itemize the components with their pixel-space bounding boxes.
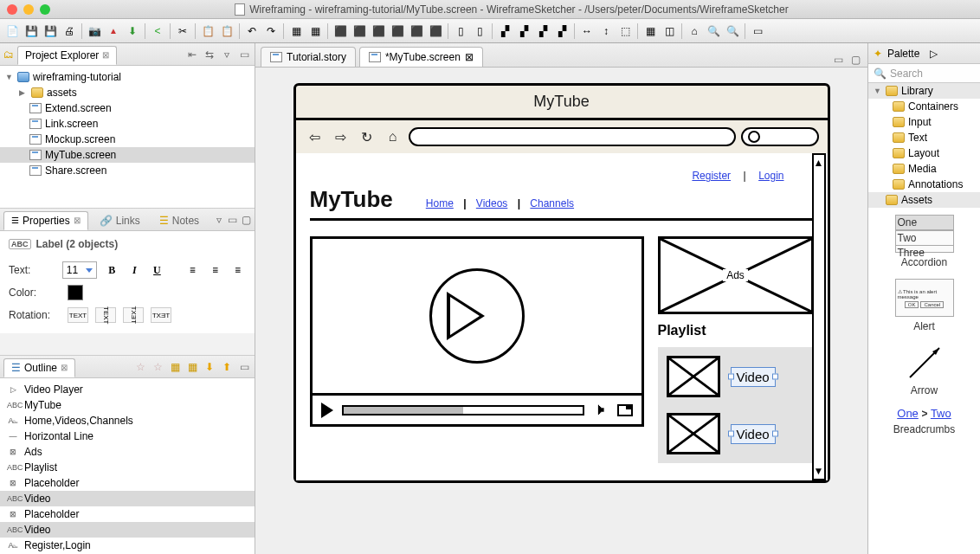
camera-button[interactable]: 📷 [86,23,103,40]
align-left-button[interactable]: ≡ [185,261,201,279]
playlist-item[interactable]: Video [667,413,805,454]
close-icon[interactable]: ⊠ [465,51,474,63]
snap-button[interactable]: ◫ [661,23,678,40]
outline-action-4[interactable]: ▦ [185,360,199,374]
thumbnail-placeholder[interactable] [667,356,720,397]
palette-item-arrow[interactable]: Arrow [895,343,954,396]
home-button[interactable]: ⌂ [686,23,703,40]
tree-file[interactable]: Extend.screen [0,100,255,116]
minimize-panel-button[interactable]: ▭ [237,48,251,61]
share-button[interactable]: < [149,23,166,40]
outline-row[interactable]: ABCVideo [0,491,255,506]
rotation-270-button[interactable]: TEXT [123,307,144,323]
video-player[interactable]: 🕨 [310,236,644,427]
close-icon[interactable]: ⊠ [61,363,68,372]
align-left-button[interactable]: ⬛ [332,23,349,40]
cut-button[interactable]: ✂ [174,23,191,40]
outline-row[interactable]: ABCMyTube [0,397,255,413]
minimize-editor-button[interactable]: ▭ [831,53,845,67]
rotation-180-button[interactable]: TEXT [151,307,171,323]
outline-row[interactable]: ABCPlaylist [0,460,255,475]
tree-folder-assets[interactable]: ▶ assets [0,85,255,100]
outline-row[interactable]: ▷Video Player [0,382,255,397]
outline-action-1[interactable]: ☆ [133,360,147,374]
maximize-editor-button[interactable]: ▢ [848,53,862,67]
align-middle-button[interactable]: ⬛ [408,23,425,40]
close-icon[interactable]: ⊠ [102,50,109,60]
video-label-selected[interactable]: Video [731,424,776,444]
move-up-button[interactable]: ⬆ [220,360,234,374]
nav-channels[interactable]: Channels [530,197,574,209]
wireframe-browser-window[interactable]: MyTube ⇦ ⇨ ↻ ⌂ ▲▼ Register | Login [293,83,830,483]
save-button[interactable]: 💾 [23,23,40,40]
tab-links[interactable]: 🔗 Links [92,211,148,229]
tree-file[interactable]: Share.screen [0,163,255,178]
preview-button[interactable]: ▭ [749,23,766,40]
maximize-window-button[interactable] [40,4,50,15]
align-top-button[interactable]: ⬛ [389,23,406,40]
palette-category[interactable]: Annotations [868,177,980,192]
tab-outline[interactable]: ☰ Outline ⊠ [3,358,75,377]
tab-properties[interactable]: ☰ Properties ⊠ [3,211,88,230]
save-all-button[interactable]: 💾 [42,23,59,40]
rotation-0-button[interactable]: TEXT [68,307,88,323]
send-backward-button[interactable]: ▞ [553,23,571,40]
editor-tab-tutorial[interactable]: Tutorial.story [261,47,356,67]
zoom-in-button[interactable]: 🔍 [705,23,722,40]
maximize-panel-button[interactable]: ▢ [241,213,251,227]
playlist-item[interactable]: Video [667,356,805,397]
thumbnail-placeholder[interactable] [667,413,720,454]
distribute-v-button[interactable]: ▯ [471,23,488,40]
print-button[interactable]: 🖨 [61,23,78,40]
ungroup-button[interactable]: ▦ [306,23,324,40]
color-picker[interactable] [68,285,83,300]
group-button[interactable]: ▦ [287,23,305,40]
outline-row[interactable]: ⊠Ads [0,444,255,460]
export-html-button[interactable]: ⬇ [124,23,141,40]
bold-button[interactable]: B [104,261,119,279]
font-size-input[interactable]: 11 [62,261,97,279]
outline-row[interactable]: ⊠Placeholder [0,506,255,522]
outline-row[interactable]: ABCVideo [0,522,255,538]
same-size-button[interactable]: ⬚ [616,23,634,40]
project-tree[interactable]: ▼ wireframing-tutorial ▶ assets Extend.s… [0,66,255,208]
outline-row[interactable]: A⎁Register,Login [0,538,255,553]
view-menu-button[interactable]: ▿ [214,213,224,227]
palette-category[interactable]: Layout [868,145,980,161]
align-bottom-button[interactable]: ⬛ [427,23,444,40]
outline-row[interactable]: A⎁Home,Videos,Channels [0,413,255,428]
palette-category[interactable]: Text [868,130,980,145]
align-right-button[interactable]: ≡ [230,261,246,279]
login-link[interactable]: Login [758,170,783,182]
minimize-window-button[interactable] [23,4,34,15]
palette-item-accordion[interactable]: OneTwoThree Accordion [895,215,954,268]
outline-row[interactable]: ⊠Placeholder [0,475,255,491]
collapse-all-button[interactable]: ⇤ [185,48,199,61]
link-editor-button[interactable]: ⇆ [203,48,216,61]
align-center-button[interactable]: ⬛ [351,23,368,40]
undo-button[interactable]: ↶ [243,23,261,40]
new-button[interactable]: 📄 [3,23,21,40]
minimize-panel-button[interactable]: ▭ [237,360,251,374]
bring-forward-button[interactable]: ▞ [534,23,551,40]
close-window-button[interactable] [7,4,17,15]
outline-list[interactable]: ▷Video PlayerABCMyTubeA⎁Home,Videos,Chan… [0,378,255,554]
same-height-button[interactable]: ↕ [597,23,615,40]
tree-file-selected[interactable]: MyTube.screen [0,147,255,163]
outline-row[interactable]: —Horizontal Line [0,428,255,444]
distribute-h-button[interactable]: ▯ [452,23,469,40]
palette-library[interactable]: ▼Library [868,83,980,99]
italic-button[interactable]: I [126,261,142,279]
zoom-out-button[interactable]: 🔍 [724,23,741,40]
underline-button[interactable]: U [149,261,164,279]
palette-category[interactable]: Input [868,114,980,130]
palette-category[interactable]: Containers [868,99,980,114]
tree-file[interactable]: Link.screen [0,116,255,132]
rotation-90-button[interactable]: TEXT [95,307,116,323]
ads-placeholder[interactable]: Ads [658,236,814,314]
editor-tab-mytube[interactable]: *MyTube.screen ⊠ [359,47,483,67]
bring-front-button[interactable]: ▞ [496,23,513,40]
align-right-button[interactable]: ⬛ [370,23,387,40]
register-link[interactable]: Register [692,170,731,182]
copy-button[interactable]: 📋 [199,23,216,40]
